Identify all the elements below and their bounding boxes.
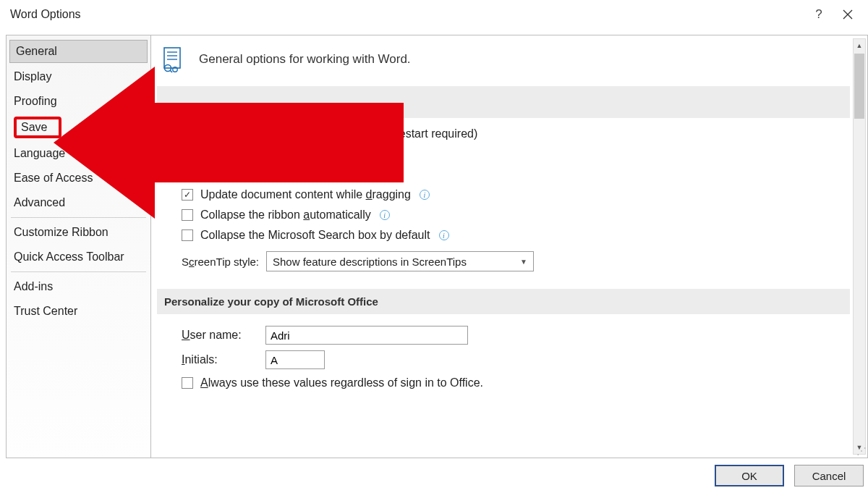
option-optimize-compatibility[interactable]: Optimize for compatibility (application … xyxy=(182,124,846,144)
dialog-footer: OK Cancel xyxy=(715,461,864,490)
option-always-use-values[interactable]: Always use these values regardless of si… xyxy=(182,372,846,393)
username-label: User name: xyxy=(182,329,257,342)
checkbox-icon xyxy=(182,377,193,389)
options-dialog-body: General Display Proofing Save Language E… xyxy=(6,35,868,458)
info-icon[interactable]: i xyxy=(420,190,430,200)
option-update-while-dragging[interactable]: Update document content while dragging i xyxy=(182,185,846,205)
option-label: Enable Live Preview xyxy=(200,168,305,181)
content-pane: General options for working with Word. O… xyxy=(151,35,867,458)
category-sidebar: General Display Proofing Save Language E… xyxy=(7,35,151,458)
svg-line-6 xyxy=(170,70,172,72)
chevron-down-icon: ▼ xyxy=(520,258,527,266)
info-icon[interactable]: i xyxy=(314,169,324,180)
checkbox-icon xyxy=(182,189,193,201)
sidebar-item-advanced[interactable]: Advanced xyxy=(7,190,150,215)
sidebar-item-customize-ribbon[interactable]: Customize Ribbon xyxy=(7,220,150,245)
option-label: Collapse the ribbon automatically xyxy=(200,208,371,222)
option-show-mini-toolbar[interactable]: Show Mini Toolbar on selection i xyxy=(182,144,846,164)
scroll-up-icon[interactable]: ▲ xyxy=(854,39,865,52)
info-icon[interactable]: i xyxy=(368,149,378,159)
info-icon[interactable]: i xyxy=(380,210,390,220)
page-heading: General options for working with Word. xyxy=(199,52,411,67)
sidebar-item-quick-access-toolbar[interactable]: Quick Access Toolbar xyxy=(7,245,150,269)
general-options-icon xyxy=(161,46,189,73)
sidebar-item-save[interactable]: Save xyxy=(14,117,61,138)
vertical-scrollbar[interactable]: ▲ ▼ xyxy=(853,38,866,455)
sidebar-item-add-ins[interactable]: Add-ins xyxy=(7,274,150,299)
sidebar-item-ease-of-access[interactable]: Ease of Access xyxy=(7,166,150,190)
screentip-label-text: ScreenTip style: xyxy=(182,256,259,268)
radio-icon xyxy=(182,128,193,140)
info-icon[interactable]: i xyxy=(439,230,449,240)
sidebar-item-language[interactable]: Language xyxy=(7,141,150,166)
sidebar-item-general[interactable]: General xyxy=(9,40,148,63)
option-label: Optimize for compatibility (application … xyxy=(200,127,477,140)
section-band-ui-options xyxy=(157,86,850,118)
option-enable-live-preview[interactable]: Enable Live Preview i xyxy=(182,164,846,185)
initials-label: Initials: xyxy=(182,353,257,366)
close-icon[interactable] xyxy=(833,0,862,29)
help-icon[interactable]: ? xyxy=(804,0,833,29)
option-collapse-ribbon-auto[interactable]: Collapse the ribbon automatically i xyxy=(182,205,846,225)
checkbox-icon xyxy=(182,229,193,241)
sidebar-item-trust-center[interactable]: Trust Center xyxy=(7,299,150,324)
checkbox-icon xyxy=(182,148,193,160)
scroll-thumb[interactable] xyxy=(854,54,864,119)
checkbox-icon xyxy=(182,209,193,221)
option-label: Show Mini Toolbar on selection xyxy=(200,148,359,161)
sidebar-item-display[interactable]: Display xyxy=(7,64,150,89)
option-label: Collapse the Microsoft Search box by def… xyxy=(200,229,430,242)
option-label: Update document content while dragging xyxy=(200,188,411,201)
option-collapse-search[interactable]: Collapse the Microsoft Search box by def… xyxy=(182,225,846,245)
username-input[interactable] xyxy=(265,326,468,345)
checkbox-icon xyxy=(182,169,193,180)
title-bar: Word Options ? xyxy=(0,0,868,29)
dialog-title: Word Options xyxy=(10,8,81,21)
option-label: Always use these values regardless of si… xyxy=(200,376,483,389)
screentip-style-dropdown[interactable]: Show feature descriptions in ScreenTips … xyxy=(266,251,534,271)
section-personalize-header: Personalize your copy of Microsoft Offic… xyxy=(157,289,850,314)
cancel-button[interactable]: Cancel xyxy=(794,465,864,486)
ok-button[interactable]: OK xyxy=(715,465,784,486)
sidebar-item-proofing[interactable]: Proofing xyxy=(7,89,150,114)
resize-grip-icon[interactable]: ⋰ xyxy=(856,448,867,458)
dropdown-value: Show feature descriptions in ScreenTips xyxy=(273,256,467,268)
initials-input[interactable] xyxy=(265,350,325,369)
